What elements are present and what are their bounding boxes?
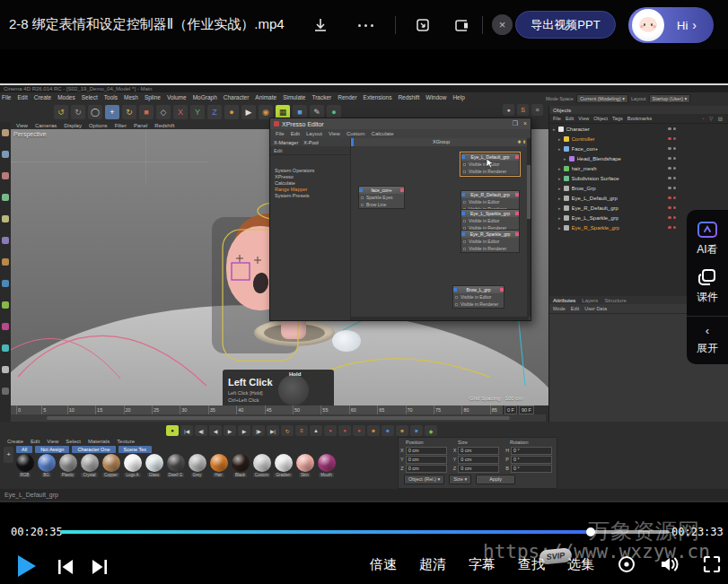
viewport-menu-item[interactable]: Options	[89, 123, 108, 128]
object-tree-item[interactable]: Character	[549, 124, 728, 134]
object-tree-item[interactable]: Subdivision Surface	[549, 173, 728, 183]
object-tree-item[interactable]: Eye_L_Default_grp	[549, 193, 728, 203]
xpresso-sidebar-tab[interactable]: X-Manager	[274, 140, 298, 145]
material-menu-item[interactable]: Select	[66, 439, 81, 444]
objects-panel-tab[interactable]: Objects	[553, 108, 571, 113]
xpresso-tree-item[interactable]: System Operators	[275, 168, 350, 174]
coordinate-input[interactable]: 0 cm	[458, 465, 499, 473]
prev-frame-button[interactable]: ◀	[209, 425, 222, 436]
object-manager-menu-item[interactable]: Bookmarks	[627, 116, 653, 121]
progress-bar[interactable]	[60, 530, 670, 534]
coordinate-input[interactable]: 0 cm	[458, 456, 499, 464]
material-menu-item[interactable]: View	[47, 439, 58, 444]
xpresso-menu-item[interactable]: View	[329, 131, 340, 136]
coord-globe-icon[interactable]: ●	[224, 105, 239, 119]
material-menu-item[interactable]: Materials	[88, 439, 110, 444]
object-manager-menu-item[interactable]: Tags	[612, 116, 623, 121]
scrollbar-horizontal[interactable]	[351, 317, 529, 320]
xpresso-node[interactable]: Brow_L_grp Visible in Editor Visible in …	[452, 285, 504, 309]
palette-icon[interactable]	[2, 172, 9, 179]
menu-item[interactable]: File	[2, 94, 11, 100]
collapse-chevron-icon[interactable]: ‹	[706, 324, 709, 337]
visibility-toggles[interactable]	[668, 177, 676, 180]
xpresso-menu-item[interactable]: Layout	[306, 131, 322, 136]
visibility-toggles[interactable]	[668, 206, 676, 210]
material-swatch[interactable]: Glass	[145, 454, 163, 477]
end-frame-field[interactable]: 90 F	[519, 405, 534, 414]
scrollbar-vertical[interactable]	[527, 138, 531, 317]
coordinate-input[interactable]: 0 cm	[458, 447, 499, 455]
coordinate-input[interactable]: 0 cm	[406, 447, 447, 455]
palette-icon[interactable]	[2, 258, 9, 266]
visibility-toggles[interactable]	[668, 147, 676, 151]
palette-icon[interactable]	[2, 301, 9, 309]
mode-space-dropdown[interactable]: Current (Modeling) ▾	[576, 94, 628, 103]
export-ppt-button[interactable]: 导出视频PPT	[515, 11, 616, 39]
attributes-menu-item[interactable]: Mode	[553, 306, 566, 311]
palette-icon[interactable]	[2, 151, 9, 158]
material-swatch[interactable]: Crystal	[80, 454, 99, 477]
menu-item[interactable]: Help	[452, 94, 464, 100]
redo-icon[interactable]: ↻	[71, 105, 85, 119]
material-swatch[interactable]: Black	[231, 454, 250, 477]
palette-icon[interactable]	[2, 388, 9, 395]
viewport-menu-item[interactable]: Display	[64, 123, 82, 128]
record-keyframe-button[interactable]: ●	[324, 425, 337, 436]
viewport-menu-item[interactable]: Cameras	[35, 123, 57, 128]
menu-item[interactable]: MoGraph	[193, 94, 217, 100]
viewport-menu-item[interactable]: View	[16, 123, 28, 128]
prev-key-button[interactable]: ◀|	[195, 425, 207, 436]
menu-item[interactable]: Animate	[255, 94, 276, 100]
xpresso-menu-item[interactable]: Custom	[346, 131, 365, 136]
visibility-toggles[interactable]	[668, 137, 676, 141]
play-forward-button[interactable]: ▶	[224, 425, 236, 436]
snapshot-icon[interactable]	[413, 15, 433, 35]
material-swatch[interactable]: Hair	[209, 454, 228, 477]
xpresso-sidebar-tab[interactable]: X-Pool	[303, 140, 319, 145]
menu-item[interactable]: Extensions	[364, 94, 392, 100]
quality-button[interactable]: 超清	[419, 556, 446, 573]
live-selection-icon[interactable]: ◯	[88, 105, 102, 119]
attributes-tab[interactable]: Layers	[582, 298, 598, 303]
next-frame-button[interactable]: ▶	[238, 425, 250, 436]
viewport-menu-item[interactable]: Filter	[115, 123, 127, 128]
xpresso-edit-label[interactable]: Edit	[274, 148, 282, 153]
visibility-toggles[interactable]	[668, 187, 676, 190]
axis-z-lock-icon[interactable]: Z	[207, 105, 222, 119]
menu-item[interactable]: Tools	[104, 94, 118, 100]
menu-item[interactable]: Spline	[145, 94, 161, 100]
material-swatch[interactable]: Skin	[295, 454, 314, 477]
object-tree-item[interactable]: hair_mesh	[549, 163, 728, 173]
palette-icon[interactable]	[2, 344, 9, 352]
xgroup-header[interactable]: XGroup	[351, 138, 529, 146]
key-param-toggle[interactable]: ■	[410, 425, 423, 436]
next-episode-icon[interactable]	[90, 557, 110, 577]
material-menu-item[interactable]: Texture	[117, 439, 135, 444]
menu-item[interactable]: Edit	[17, 94, 27, 100]
menu-item[interactable]: Modes	[57, 94, 75, 100]
xpresso-menu-item[interactable]: File	[276, 131, 285, 136]
object-tree-item[interactable]: Head_Blendshape	[549, 153, 728, 163]
download-icon[interactable]	[311, 15, 330, 35]
axis-y-lock-icon[interactable]: Y	[190, 105, 205, 119]
undo-icon[interactable]: ↺	[54, 105, 68, 119]
xpresso-tree-item[interactable]: XPresso	[275, 174, 350, 180]
attributes-tab[interactable]: Structure	[604, 298, 626, 303]
camera-label[interactable]: Perspective	[13, 131, 47, 137]
visibility-toggles[interactable]	[668, 226, 676, 230]
menu-item[interactable]: Mesh	[124, 94, 138, 100]
timeline-ruler[interactable]: 0510152025303540455055606570758085	[11, 405, 503, 414]
xpresso-node-canvas[interactable]: XGroup ✱ ⬆ Eye_L_Default_grp Visible in …	[351, 138, 529, 317]
scale-tool-icon[interactable]: ■	[139, 105, 153, 119]
add-material-button[interactable]: +	[4, 447, 13, 463]
material-swatch[interactable]: Gradien	[274, 454, 293, 477]
goto-start-button[interactable]: |◀	[180, 425, 193, 436]
menu-item[interactable]: Tracker	[311, 94, 331, 100]
expand-button[interactable]: 展开	[697, 341, 718, 356]
coordinate-input[interactable]: 0 cm	[406, 465, 447, 473]
xpresso-menu-item[interactable]: Calculate	[372, 131, 394, 136]
material-layer-tab[interactable]: Not Assign	[35, 446, 69, 453]
close-window-icon[interactable]: ×	[523, 120, 527, 127]
object-manager-menu-item[interactable]: File	[553, 116, 561, 121]
key-position-toggle[interactable]: ■	[367, 425, 380, 436]
